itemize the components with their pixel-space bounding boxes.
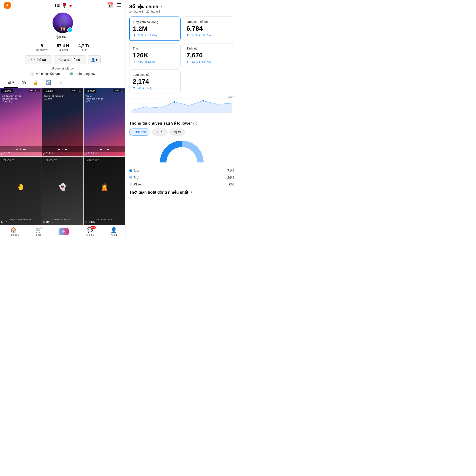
profile-views-change-text: +1,897 (+38.8%)	[190, 34, 211, 37]
menu-icon[interactable]: ☰	[117, 2, 121, 8]
p-badge: P	[4, 2, 11, 9]
comments-change-text: +3,117 (+68.4%)	[190, 60, 211, 64]
nav-home[interactable]: 🏠 Trang chủ	[8, 227, 19, 236]
video-text-3: Yêu làkhông bao giờ tiếcnuối	[85, 95, 123, 103]
username: @k.ti490	[56, 35, 69, 39]
calendar-icon[interactable]: 📅	[107, 2, 113, 8]
nav-inbox[interactable]: 💬 Hộp thư 99+	[85, 227, 94, 236]
lyrics-label-4: LYRICS BY	[2, 159, 15, 162]
shares-value: 2,174	[133, 78, 177, 85]
avatar-wrapper: 🎵 🙌 +	[52, 13, 73, 33]
showcase-link[interactable]: 🛍️ Phần trưng bày	[70, 72, 96, 76]
male-label: Nam	[134, 169, 141, 172]
lyrics-label-6: LYRICS BY	[85, 159, 99, 162]
pinned-badge-3: Đã ghim	[85, 89, 96, 93]
video-count-3: ▷ 412,7 N	[85, 152, 97, 155]
profile-icon: 👤	[111, 227, 117, 233]
orders-link[interactable]: 🛒 Đơn hàng của bạn	[30, 72, 60, 76]
nav-shop[interactable]: 🛒 Shop	[35, 227, 42, 236]
shares-change-text: +780 (+56%)	[136, 86, 152, 90]
tab-shop[interactable]: 🛍	[18, 78, 30, 87]
nav-create[interactable]: +	[59, 228, 69, 235]
other-left: Khác	[129, 182, 142, 186]
likes-count: 4,7 Tr	[78, 43, 89, 48]
chevron-down-icon[interactable]: ▾	[68, 4, 70, 7]
add-avatar-button[interactable]: +	[68, 27, 72, 33]
stats-cards: Lượt xem bài đăng 1.2M ⬆ +353K (+39.7%) …	[129, 17, 234, 93]
views-change: ⬆ +353K (+39.7%)	[133, 34, 177, 37]
shares-card[interactable]: Lượt chia sẻ 2,174 ⬆ +780 (+56%)	[129, 69, 181, 93]
tab-gender[interactable]: Giới tính	[129, 129, 150, 136]
alt-username: @duongthaithuy	[0, 66, 125, 71]
iphone-badge-2: iPhone 🎵	[71, 89, 82, 92]
male-row: Nam 71%	[129, 169, 234, 172]
follower-title-text: Thông tin chuyên sâu về follower	[129, 121, 192, 126]
header-title: Tôi 🌹 ▾	[54, 3, 71, 8]
svg-point-2	[174, 101, 175, 103]
right-panel: Số liệu chính i 14 tháng 8 - 20 tháng 8 …	[125, 0, 238, 238]
header-actions: 📅 ☰	[107, 2, 121, 8]
shop-label: Shop	[36, 234, 41, 236]
likes-analytics-label: Thích	[133, 47, 177, 50]
likes-stat: 4,7 Tr Thích	[78, 43, 89, 51]
male-pct: 71%	[227, 169, 234, 172]
hand-icon-4: 🤚	[17, 183, 25, 191]
video-count-5: ▷ 10,1 N	[43, 221, 53, 224]
avatar-area: 🎵 🙌 + @k.ti490	[0, 11, 125, 42]
active-time-section: Thời gian hoạt động nhiều nhất i	[129, 190, 234, 195]
likes-card[interactable]: Thích 126K ⬆ +48K (+61.6%)	[129, 43, 181, 67]
active-time-info-icon[interactable]: i	[190, 191, 193, 194]
female-pct: 29%	[227, 175, 234, 179]
views-change-text: +353K (+39.7%)	[136, 34, 157, 37]
showcase-label: Phần trưng bày	[75, 72, 96, 76]
video-count-4: ▷ 57 N	[1, 221, 9, 224]
nav-profile[interactable]: 👤 Hồ sơ	[111, 227, 117, 236]
pinned-badge-2: Đã ghim	[43, 89, 55, 93]
following-label: Đã follow	[36, 48, 47, 51]
tab-location[interactable]: Vị trí	[170, 129, 185, 136]
female-label: Nữ	[134, 175, 139, 179]
likes-up-arrow: ⬆	[133, 60, 136, 64]
profile-views-label: Lượt xem hồ sơ	[187, 20, 231, 23]
profile-views-change: ⬆ +1,897 (+38.8%)	[187, 33, 231, 37]
share-profile-button[interactable]: Chia sẻ hồ sơ	[54, 55, 86, 64]
video-item-4[interactable]: LYRICS BY 🤚 Chuyện là người sơn nhà... ▷…	[0, 157, 42, 225]
video-item-1[interactable]: Đã ghim giờ đây mình anh côtrong căn phò…	[0, 88, 42, 156]
video-item-2[interactable]: Đã ghim Đôi mắt hờ hững giờLuy tình* iPh…	[42, 88, 84, 156]
likes-label: Thích	[80, 48, 87, 51]
views-card[interactable]: Lượt xem bài đăng 1.2M ⬆ +353K (+39.7%)	[129, 17, 181, 41]
add-friend-button[interactable]: 👤+	[88, 55, 101, 64]
comments-card[interactable]: Bình luận 7,676 ⬆ +3,117 (+68.4%)	[183, 43, 234, 67]
follower-info-icon[interactable]: i	[193, 121, 197, 125]
female-row: Nữ 29%	[129, 175, 234, 179]
iphone-badge-3: iPhone 🎵	[113, 89, 124, 92]
tab-lock[interactable]: 🔒	[30, 78, 42, 87]
other-dot	[129, 183, 132, 186]
divider: |	[64, 72, 65, 76]
profile-views-card[interactable]: Lượt xem hồ sơ 6,784 ⬆ +1,897 (+38.8%)	[183, 17, 234, 41]
analytics-title: Số liệu chính i	[129, 4, 234, 9]
tab-grid[interactable]: ⊞ ▾	[4, 77, 18, 88]
analytics-info-icon[interactable]: i	[160, 5, 163, 8]
other-row: Khác 0%	[129, 182, 234, 186]
figure-icon-5: 👻	[59, 183, 67, 191]
bottom-nav: 🏠 Trang chủ 🛒 Shop + 💬 Hộp thư 99+ 👤 Hồ …	[0, 225, 125, 238]
tab-liked[interactable]: ♡	[55, 78, 66, 87]
video-item-5[interactable]: LYRICS BY 👻 Ya chưa chừng ấy à... ▷ 10,1…	[42, 157, 84, 225]
profile-views-up-arrow: ⬆	[187, 33, 189, 37]
video-item-6[interactable]: LYRICS BY 🙎 Trọn đời có nhau... ▷ 23,8 N	[84, 157, 125, 225]
header: P Tôi 🌹 ▾ 📅 ☰	[0, 0, 125, 11]
left-panel: P Tôi 🌹 ▾ 📅 ☰ 🎵 🙌 +	[0, 0, 125, 238]
followers-label: Follower	[58, 48, 68, 51]
filter-tabs: Giới tính Tuổi Vị trí	[129, 129, 234, 136]
tab-age[interactable]: Tuổi	[152, 129, 168, 136]
tab-repost[interactable]: ↩️	[42, 78, 55, 87]
profile-views-value: 6,784	[187, 25, 231, 32]
edit-profile-button[interactable]: Sửa hồ sơ	[25, 55, 52, 64]
followers-count: 87,4 N	[57, 43, 69, 48]
content-tabs: ⊞ ▾ 🛍 🔒 ↩️ ♡	[0, 77, 125, 88]
create-button[interactable]: +	[59, 228, 69, 235]
other-pct: 0%	[229, 182, 234, 186]
title-text: Tôi	[54, 3, 60, 8]
video-item-3[interactable]: Đã ghim Yêu làkhông bao giờ tiếcnuối iPh…	[84, 88, 125, 156]
